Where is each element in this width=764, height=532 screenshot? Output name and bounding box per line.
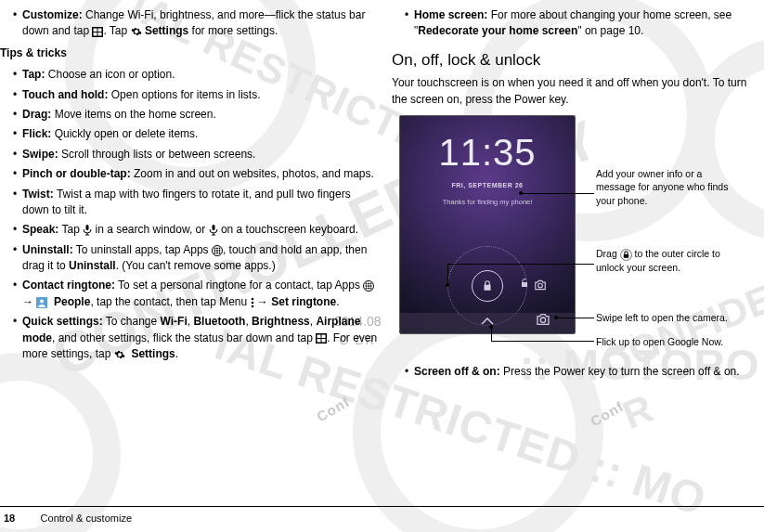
callout-owner: Add your owner info or a message for any…: [596, 167, 740, 207]
svg-point-28: [366, 288, 368, 290]
item-quick-settings: Quick settings: To change Wi-Fi, Bluetoo…: [13, 314, 379, 362]
svg-rect-5: [86, 225, 89, 230]
clock-date: FRI, SEPTEMBER 26: [400, 181, 575, 190]
svg-point-15: [214, 250, 215, 252]
item-screen-off: Screen off & on: Press the Power key to …: [405, 364, 750, 380]
label-bold: Bluetooth: [193, 315, 245, 328]
svg-rect-3: [94, 32, 97, 36]
body-text: in a search window, or: [96, 223, 209, 236]
body-text: Scroll through lists or between screens.: [58, 148, 256, 161]
callout-line: [447, 264, 594, 265]
body-text: To uninstall apps, tap Apps: [73, 243, 212, 256]
svg-point-35: [251, 305, 253, 307]
label-bold: Quick settings:: [22, 315, 103, 328]
label-bold: Uninstall: [69, 259, 116, 272]
callout-drag: Drag to the outer circle to unlock your …: [596, 247, 740, 274]
callout-line: [557, 318, 594, 318]
apps-icon: [212, 245, 223, 256]
label-bold: Contact ringtone:: [22, 279, 115, 292]
camera-icon: [534, 279, 547, 295]
svg-point-32: [40, 299, 44, 303]
callout-line: [447, 264, 448, 284]
svg-rect-37: [317, 334, 321, 338]
body-text: , tap the contact, then tap Menu: [90, 295, 250, 308]
svg-point-18: [214, 252, 215, 253]
svg-point-12: [214, 247, 215, 249]
body-text: Quickly open or delete items.: [51, 127, 198, 140]
svg-point-33: [251, 297, 253, 300]
svg-point-27: [370, 285, 372, 287]
phone-bottom-bar: [400, 313, 575, 333]
svg-rect-8: [212, 225, 214, 230]
svg-rect-38: [322, 334, 326, 338]
svg-point-41: [538, 283, 543, 288]
item-ringtone: Contact ringtone: To set a personal ring…: [13, 278, 379, 310]
page-number: 18: [4, 512, 15, 526]
label-bold: Speak:: [22, 223, 58, 236]
svg-rect-4: [98, 32, 102, 36]
body-text: Zoom in and out on websites, photos, and…: [131, 167, 374, 180]
microphone-icon: [209, 225, 218, 236]
lock-circle[interactable]: [472, 270, 503, 302]
item-drag: Drag: Move items on the home screen.: [13, 107, 379, 123]
svg-point-20: [218, 252, 220, 253]
item-twist: Twist: Twist a map with two fingers to r…: [13, 187, 379, 219]
body-text: " on page 10.: [577, 24, 643, 37]
label-bold: Brightness: [252, 315, 310, 328]
svg-point-25: [366, 285, 368, 287]
label-bold: Customize:: [22, 8, 83, 21]
item-uninstall: Uninstall: To uninstall apps, tap Apps ,…: [13, 242, 379, 275]
callout-text: Drag: [596, 248, 620, 259]
menu-icon: [251, 297, 254, 308]
body-text: →: [257, 295, 271, 308]
gear-icon: [131, 26, 142, 37]
item-swipe: Swipe: Scroll through lists or between s…: [13, 147, 379, 162]
owner-message: Thanks for finding my phone!: [400, 198, 575, 208]
unlock-icon: [519, 278, 530, 293]
callout-line: [491, 327, 492, 341]
svg-rect-40: [322, 339, 326, 343]
label-bold: Set ringtone: [271, 295, 336, 308]
body-text: on a touchscreen keyboard.: [221, 223, 358, 236]
intro-text: Your touchscreen is on when you need it …: [392, 75, 750, 108]
item-customize: Customize: Change Wi-Fi, brightness, and…: [13, 7, 379, 40]
item-pinch: Pinch or double-tap: Zoom in and out on …: [13, 166, 379, 182]
item-flick: Flick: Quickly open or delete items.: [13, 126, 379, 142]
label-bold: Flick:: [22, 127, 51, 140]
callout-line: [522, 193, 594, 194]
label-bold: Settings: [142, 24, 189, 37]
svg-point-23: [368, 283, 369, 285]
label-bold: Home screen:: [414, 8, 487, 21]
svg-rect-2: [98, 28, 102, 32]
svg-rect-1: [94, 28, 97, 32]
label-bold: Twist:: [22, 188, 54, 201]
quick-settings-icon: [92, 27, 103, 37]
lock-icon: [481, 279, 494, 292]
item-hold: Touch and hold: Open options for items i…: [13, 87, 379, 103]
gear-icon: [114, 349, 125, 360]
svg-point-13: [216, 247, 218, 249]
body-text: .: [175, 347, 178, 360]
label-bold: Touch and hold:: [22, 88, 108, 101]
clock-time: 11:35: [400, 125, 575, 179]
svg-point-14: [218, 247, 220, 249]
svg-point-34: [251, 301, 253, 304]
body-text: Choose an icon or option.: [45, 68, 175, 81]
item-speak: Speak: Tap in a search window, or on a t…: [13, 222, 379, 238]
callout-flick: Flick up to open Google Now.: [596, 335, 754, 348]
label-bold: Drag:: [22, 108, 51, 121]
callout-line: [491, 341, 594, 342]
body-text: Move items on the home screen.: [51, 108, 215, 121]
label-bold: Tap:: [22, 68, 45, 81]
tips-heading: Tips & tricks: [0, 45, 379, 61]
callout-camera: Swipe left to open the camera.: [596, 311, 754, 324]
svg-point-30: [370, 288, 372, 290]
svg-point-29: [368, 288, 369, 290]
svg-point-42: [540, 318, 545, 322]
body-text: Twist a map with two fingers to rotate i…: [22, 188, 351, 216]
label-bold: People: [54, 295, 90, 308]
label-bold: Uninstall:: [22, 243, 73, 256]
item-home-screen: Home screen: For more about changing you…: [405, 7, 750, 40]
body-text: →: [22, 295, 36, 308]
link-text: Redecorate your home screen: [418, 24, 577, 37]
